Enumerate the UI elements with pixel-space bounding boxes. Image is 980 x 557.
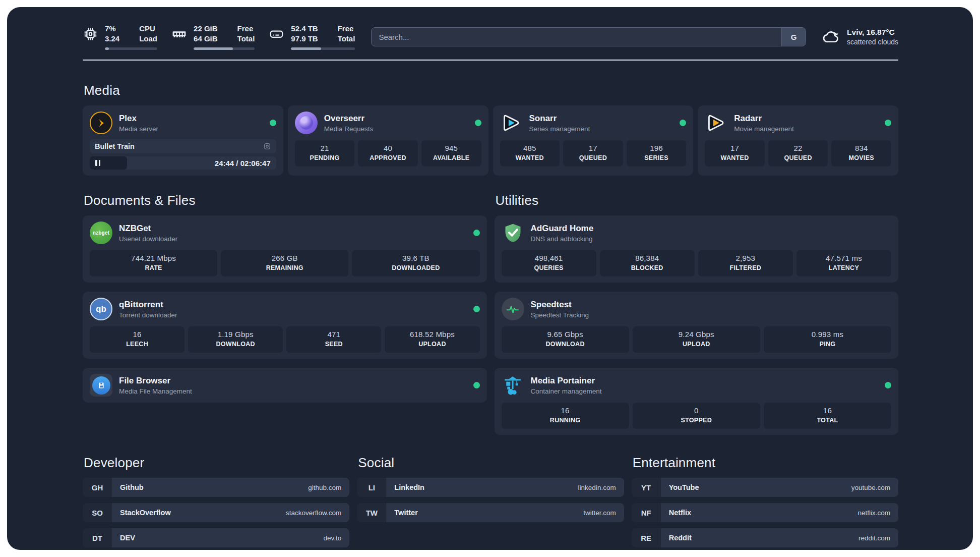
bookmark-name: Reddit [669,534,692,542]
stat-value: 16 [504,407,627,415]
stat-value: 21 [297,144,353,152]
app-subtitle: Torrent downloader [119,311,177,319]
stat-value: 498,461 [504,254,594,262]
video-session-icon [263,142,271,150]
app-card-adguard[interactable]: AdGuard Home DNS and adblocking 498,461 … [495,215,899,283]
stat-label: PING [766,341,889,348]
stat-value: 40 [360,144,416,152]
bookmark-netflix[interactable]: NF Netflix netflix.com [632,503,898,522]
bookmark-abbr: SO [83,503,112,522]
app-subtitle: Movie management [734,125,794,133]
bookmark-twitter[interactable]: TW Twitter twitter.com [357,503,624,522]
stat-label: UPLOAD [387,341,477,348]
status-online-dot [680,120,686,126]
bookmark-stackoverflow[interactable]: SO StackOverflow stackoverflow.com [83,503,349,522]
disk-total: 97.9 TB [291,34,318,44]
memory-icon [171,26,187,42]
bookmark-abbr: NF [632,503,661,522]
portainer-logo-icon [502,374,524,397]
status-online-dot [473,230,480,236]
bookmark-url: dev.to [324,534,342,542]
stat-total: 16 TOTAL [764,403,891,429]
search-provider-button[interactable]: G [781,28,806,46]
stat-label: UPLOAD [635,341,758,348]
stat-label: QUEUED [770,154,826,162]
stat-leech: 16 LEECH [90,326,185,353]
memory-total: 64 GiB [194,34,218,44]
app-card-sonarr[interactable]: Sonarr Series management 485 WANTED 17 Q… [493,105,694,176]
search-input[interactable] [372,33,781,41]
stat-label: FILTERED [700,264,791,272]
app-card-speedtest[interactable]: Speedtest Speedtest Tracking 9.65 Gbps D… [495,292,899,359]
app-name: Sonarr [529,114,590,124]
bookmark-reddit[interactable]: RE Reddit reddit.com [632,528,898,547]
stat-value: 1.19 Gbps [190,330,281,339]
stat-label: QUEUED [565,154,621,162]
app-card-overseerr[interactable]: Overseerr Media Requests 21 PENDING 40 A… [288,105,488,176]
bookmark-youtube[interactable]: YT YouTube youtube.com [632,478,898,497]
status-online-dot [270,120,276,126]
bookmark-linkedin[interactable]: LI LinkedIn linkedin.com [357,478,624,497]
status-online-dot [473,382,480,388]
bookmark-url: github.com [308,484,341,491]
stat-approved: 40 APPROVED [358,140,418,166]
memory-progress-bar [194,47,255,50]
bookmark-pill: Twitter twitter.com [386,503,624,522]
weather-widget: Lviv, 16.87°C scattered clouds [822,28,898,46]
stat-download: 9.65 Gbps DOWNLOAD [502,326,629,353]
app-card-qbittorrent[interactable]: qb qBittorrent Torrent downloader 16 LEE… [83,292,487,359]
memory-label-top: Free [237,24,255,34]
bookmark-pill: Github github.com [112,478,349,497]
bookmark-name: DEV [120,534,135,542]
app-card-nzbget[interactable]: nzbget NZBGet Usenet downloader 744.21 M… [83,215,487,283]
stat-value: 17 [565,144,621,152]
bookmark-group-entertainment: Entertainment YT YouTube youtube.com NF … [632,455,898,553]
stat-value: 0 [635,407,758,415]
stat-label: WANTED [707,154,763,162]
stat-upload: 618.52 Mbps UPLOAD [385,326,479,353]
stat-label: AVAILABLE [423,154,479,162]
bookmark-dev[interactable]: DT DEV dev.to [83,528,349,547]
app-name: AdGuard Home [531,224,594,234]
bookmark-pill: Netflix netflix.com [661,503,898,522]
app-card-plex[interactable]: Plex Media server Bullet Train [83,105,283,176]
now-playing-title: Bullet Train [95,142,135,150]
adguard-logo-icon [502,221,524,244]
bookmark-url: netflix.com [858,509,890,517]
stat-value: 9.65 Gbps [504,330,627,339]
app-subtitle: Container management [531,387,602,395]
dashboard: 7% 3.24 CPU Load [7,7,973,550]
stat-upload: 9.24 Gbps UPLOAD [633,326,760,353]
bookmark-name: Github [120,483,144,491]
stat-value: 196 [629,144,685,152]
app-card-radarr[interactable]: Radarr Movie management 17 WANTED 22 QUE… [698,105,898,176]
pause-icon[interactable] [95,160,100,166]
stat-value: 744.21 Mbps [92,254,215,262]
bookmark-abbr: RE [632,528,661,547]
search-bar: G [371,27,806,46]
radarr-logo-icon [705,112,727,134]
bookmark-group-developer: Developer GH Github github.com SO StackO… [83,455,349,553]
app-card-portainer[interactable]: Media Portainer Container management 16 … [495,368,899,435]
stat-ping: 0.993 ms PING [764,326,891,353]
stat-label: DOWNLOADED [354,264,477,272]
stat-value: 485 [502,144,558,152]
status-online-dot [473,306,480,312]
stat-remaining: 266 GB REMAINING [221,250,348,276]
app-subtitle: DNS and adblocking [531,235,594,243]
bookmark-pill: Reddit reddit.com [661,528,898,547]
stat-wanted: 485 WANTED [500,140,560,166]
bookmark-github[interactable]: GH Github github.com [83,478,349,497]
app-subtitle: Speedtest Tracking [531,311,589,319]
stat-value: 2,953 [700,254,791,262]
qbittorrent-logo-icon: qb [90,298,112,320]
topbar-divider [83,60,898,61]
stat-latency: 47.571 ms LATENCY [797,250,891,276]
stat-stopped: 0 STOPPED [633,403,760,429]
bookmark-pill: LinkedIn linkedin.com [386,478,624,497]
app-card-filebrowser[interactable]: File Browser Media File Management [83,368,487,403]
plex-now-playing: Bullet Train 24:44 / 02:06:47 [90,139,276,170]
stat-label: SEED [288,341,379,348]
stat-filtered: 2,953 FILTERED [698,250,793,276]
bookmark-url: twitter.com [583,509,616,517]
